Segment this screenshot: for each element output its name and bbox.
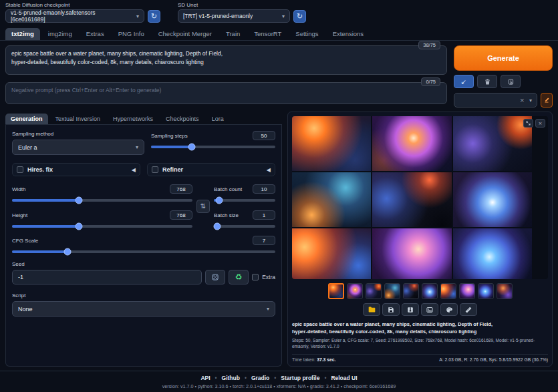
gallery-thumbnail[interactable]	[384, 283, 400, 299]
refresh-unet-button[interactable]: ↻	[293, 10, 306, 23]
gallery-image[interactable]	[453, 228, 532, 279]
gallery-image[interactable]	[292, 116, 371, 171]
gallery-image[interactable]	[372, 228, 451, 279]
save-image-button[interactable]	[382, 303, 400, 316]
gallery-image[interactable]	[453, 172, 532, 227]
random-seed-button[interactable]	[205, 270, 225, 284]
batch-size-input[interactable]: 1	[253, 210, 275, 220]
cfg-scale-slider[interactable]	[12, 250, 275, 253]
collapse-left-icon[interactable]: ◀	[267, 167, 271, 173]
width-input[interactable]: 768	[170, 184, 192, 194]
footer-link-reload-ui[interactable]: Reload UI	[331, 375, 357, 381]
checkpoint-label: Stable Diffusion checkpoint	[5, 2, 160, 8]
gallery-thumbnail[interactable]	[366, 283, 382, 299]
refiner-accordion[interactable]: Refiner ◀	[147, 163, 275, 176]
sd-unet-select[interactable]: [TRT] v1-5-pruned-emaonly ▾	[178, 9, 290, 23]
edit-styles-button[interactable]	[541, 93, 553, 108]
tab-txt2img[interactable]: txt2img	[5, 28, 40, 40]
gallery-image[interactable]	[453, 116, 532, 171]
footer-link-gradio[interactable]: Gradio	[251, 375, 269, 381]
time-taken-label: Time taken:	[292, 357, 315, 362]
tab-checkpoint-merger[interactable]: Checkpoint Merger	[152, 28, 218, 40]
gallery-thumbnail[interactable]	[347, 283, 363, 299]
tab-tensorrt[interactable]: TensorRT	[248, 28, 287, 40]
subtab-textual-inversion[interactable]: Textual Inversion	[50, 114, 106, 124]
tab-extensions[interactable]: Extensions	[327, 28, 370, 40]
cfg-scale-label: CFG Scale	[12, 238, 38, 244]
refiner-checkbox[interactable]	[152, 166, 158, 173]
script-select[interactable]: None ▾	[12, 301, 275, 317]
hires-fix-accordion[interactable]: Hires. fix ◀	[12, 163, 140, 176]
prompt-row: epic space battle over a water planet, m…	[0, 41, 558, 110]
cfg-scale-input[interactable]: 7	[253, 236, 275, 245]
gallery-thumbnail[interactable]	[459, 283, 475, 299]
gallery-image[interactable]	[292, 172, 371, 227]
hires-fix-checkbox[interactable]	[17, 166, 23, 173]
batch-count-input[interactable]: 10	[253, 184, 275, 194]
extra-networks-button[interactable]	[501, 75, 521, 88]
refiner-label: Refiner	[162, 166, 183, 173]
tab-png-info[interactable]: PNG Info	[112, 28, 150, 40]
generate-button[interactable]: Generate	[454, 45, 553, 71]
archive-icon	[407, 307, 414, 313]
close-gallery-button[interactable]: ×	[535, 119, 545, 128]
footer: API • Github • Gradio • Startup profile …	[0, 371, 558, 392]
subtab-checkpoints[interactable]: Checkpoints	[160, 114, 204, 124]
tab-extras[interactable]: Extras	[80, 28, 110, 40]
batch-count-slider[interactable]	[214, 199, 275, 202]
clear-prompt-button[interactable]	[477, 75, 497, 88]
swap-dimensions-button[interactable]: ⇅	[196, 200, 210, 213]
tab-img2img[interactable]: img2img	[42, 28, 78, 40]
height-input[interactable]: 768	[170, 210, 192, 220]
gallery-image[interactable]	[292, 228, 371, 279]
save-zip-button[interactable]	[402, 303, 419, 316]
gallery-thumbnail[interactable]	[478, 283, 494, 299]
negative-prompt-input[interactable]: Negative prompt (press Ctrl+Enter or Alt…	[6, 83, 446, 104]
gallery-image[interactable]	[372, 172, 451, 227]
width-slider[interactable]	[12, 199, 192, 202]
sd-unet-label: SD Unet	[178, 2, 306, 8]
height-label: Height	[12, 212, 27, 218]
tab-train[interactable]: Train	[220, 28, 246, 40]
collapse-left-icon[interactable]: ◀	[132, 167, 136, 173]
refresh-checkpoints-button[interactable]: ↻	[148, 10, 160, 23]
paste-arrow-icon: ↙	[461, 78, 466, 85]
styles-dropdown[interactable]: × ▾	[454, 93, 537, 108]
info-params: Steps: 50, Sampler: Euler a, CFG scale: …	[292, 337, 548, 351]
send-to-img2img-button[interactable]	[421, 303, 438, 316]
chevron-down-icon: ▾	[529, 97, 532, 104]
recycle-icon: ♻	[235, 272, 243, 282]
footer-link-github[interactable]: Github	[222, 375, 240, 381]
send-to-inpaint-button[interactable]	[440, 303, 458, 316]
sampling-steps-input[interactable]: 50	[253, 131, 275, 140]
gallery-image[interactable]	[372, 116, 451, 171]
seed-input[interactable]: -1	[12, 270, 202, 284]
prompt-input[interactable]: epic space battle over a water planet, m…	[6, 46, 446, 74]
extra-seed-checkbox[interactable]	[252, 274, 259, 280]
subtab-hypernetworks[interactable]: Hypernetworks	[108, 114, 158, 124]
subtab-generation[interactable]: Generation	[5, 114, 48, 124]
gallery-thumbnail[interactable]	[497, 283, 513, 299]
gallery-thumbnail[interactable]	[422, 283, 438, 299]
footer-link-startup-profile[interactable]: Startup profile	[281, 375, 319, 381]
hires-fix-label: Hires. fix	[27, 166, 53, 173]
batch-size-slider[interactable]	[214, 225, 275, 228]
clear-styles-icon[interactable]: ×	[519, 97, 525, 104]
checkpoint-field: Stable Diffusion checkpoint v1-5-pruned-…	[5, 2, 160, 23]
gallery-thumbnail[interactable]	[403, 283, 419, 299]
open-folder-button[interactable]	[363, 303, 380, 316]
tab-settings[interactable]: Settings	[289, 28, 324, 40]
checkpoint-select[interactable]: v1-5-pruned-emaonly.safetensors [6ce0161…	[5, 9, 144, 23]
footer-link-api[interactable]: API	[200, 375, 210, 381]
gallery-thumbnail[interactable]	[440, 283, 456, 299]
reuse-seed-button[interactable]: ♻	[229, 270, 249, 284]
sub-tab-bar: Generation Textual Inversion Hypernetwor…	[5, 112, 282, 125]
fullscreen-button[interactable]	[523, 119, 533, 128]
height-slider[interactable]	[12, 225, 192, 228]
send-to-extras-button[interactable]	[460, 303, 477, 316]
sampling-method-select[interactable]: Euler a ▾	[12, 140, 144, 155]
subtab-lora[interactable]: Lora	[206, 114, 229, 124]
gallery-thumbnail[interactable]	[328, 283, 344, 299]
sampling-steps-slider[interactable]	[151, 146, 275, 148]
paste-params-button[interactable]: ↙	[454, 75, 474, 88]
